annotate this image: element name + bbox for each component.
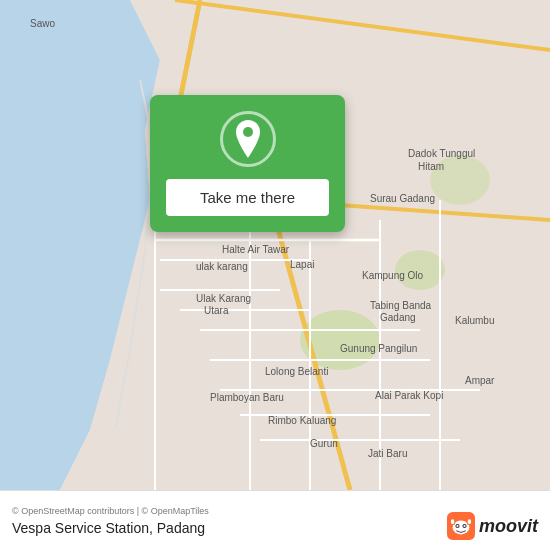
svg-point-4 [430, 155, 490, 205]
take-me-there-button[interactable]: Take me there [166, 179, 329, 216]
svg-point-24 [243, 127, 253, 137]
location-icon [220, 111, 276, 167]
moovit-logo: moovit [447, 512, 538, 540]
moovit-brand-text: moovit [479, 516, 538, 537]
svg-point-30 [463, 525, 465, 527]
svg-point-29 [456, 525, 458, 527]
svg-point-3 [395, 250, 445, 290]
moovit-icon [447, 512, 475, 540]
map-container: SawoDadok TunggulHitamSurau GadangHalte … [0, 0, 550, 490]
svg-point-34 [468, 519, 472, 524]
bottom-bar: © OpenStreetMap contributors | © OpenMap… [0, 490, 550, 550]
svg-point-32 [451, 519, 455, 524]
popup-card: Take me there [150, 95, 345, 232]
